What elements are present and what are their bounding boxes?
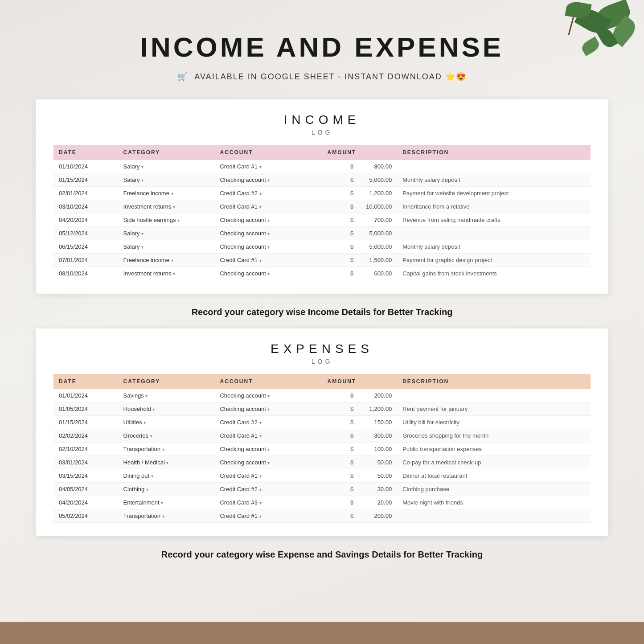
account-dropdown-arrow[interactable]: ▾ [259,205,262,209]
account-dropdown-arrow[interactable]: ▾ [267,178,270,183]
account-dropdown-arrow[interactable]: ▾ [267,245,270,250]
dollar-sign: $ [350,459,353,466]
account-dropdown-arrow[interactable]: ▾ [259,258,262,263]
category-dropdown-arrow[interactable]: ▾ [141,231,144,236]
account-dropdown-arrow[interactable]: ▾ [267,447,270,452]
account-dropdown-arrow[interactable]: ▾ [267,407,270,412]
amount-value: 100.00 [356,446,392,452]
expenses-col-date: DATE [53,374,118,389]
category-dropdown-arrow[interactable]: ▾ [171,258,173,263]
amount-value: 5,000.00 [356,230,392,237]
expenses-date-cell: 01/15/2024 [53,416,118,429]
table-row: 04/20/2024 Entertainment ▾ Credit Card #… [53,496,591,509]
category-dropdown-arrow[interactable]: ▾ [177,218,180,223]
dollar-sign: $ [350,392,353,399]
dollar-sign: $ [350,163,353,170]
expenses-col-account: ACCOUNT [214,374,322,389]
account-dropdown-arrow[interactable]: ▾ [267,231,270,236]
expenses-date-cell: 05/02/2024 [53,509,118,523]
income-table: DATE CATEGORY ACCOUNT AMOUNT DESCRIPTION… [53,145,591,280]
category-dropdown-arrow[interactable]: ▾ [171,191,173,196]
table-row: 02/02/2024 Groceries ▾ Credit Card #1 ▾ … [53,429,591,443]
account-dropdown-arrow[interactable]: ▾ [267,460,270,465]
category-dropdown-arrow[interactable]: ▾ [141,178,144,183]
dollar-sign: $ [350,176,353,183]
expenses-account-cell: Checking account ▾ [214,389,322,402]
category-dropdown-arrow[interactable]: ▾ [152,407,155,412]
amount-value: 5,000.00 [356,176,392,183]
account-dropdown-arrow[interactable]: ▾ [267,218,270,223]
income-description-cell [397,227,591,240]
dollar-sign: $ [350,499,353,506]
expenses-date-cell: 03/01/2024 [53,456,118,469]
dollar-sign: $ [350,230,353,237]
expenses-date-cell: 02/10/2024 [53,443,118,456]
account-dropdown-arrow[interactable]: ▾ [259,420,262,425]
income-date-cell: 01/10/2024 [53,160,118,173]
expenses-category-cell: Transportation ▾ [118,509,215,523]
account-dropdown-arrow[interactable]: ▾ [259,514,262,519]
account-dropdown-arrow[interactable]: ▾ [259,434,262,439]
income-date-cell: 03/10/2024 [53,200,118,213]
account-dropdown-arrow[interactable]: ▾ [259,487,262,492]
subtitle-emoji: ⭐😍 [445,72,467,82]
income-account-cell: Credit Card #1 ▾ [214,254,322,267]
amount-value: 10,000.00 [356,203,392,210]
dollar-sign: $ [350,419,353,426]
income-date-cell: 08/10/2024 [53,267,118,280]
cart-icon: 🛒 [177,72,188,82]
category-dropdown-arrow[interactable]: ▾ [162,514,164,519]
category-dropdown-arrow[interactable]: ▾ [161,500,163,505]
dollar-sign: $ [350,432,353,439]
income-header-row: DATE CATEGORY ACCOUNT AMOUNT DESCRIPTION [53,145,591,160]
table-row: 01/01/2024 Savings ▾ Checking account ▾ … [53,389,591,402]
category-dropdown-arrow[interactable]: ▾ [173,271,175,276]
amount-value: 600.00 [356,270,392,277]
expenses-account-cell: Credit Card #2 ▾ [214,483,322,496]
category-dropdown-arrow[interactable]: ▾ [144,420,146,425]
category-dropdown-arrow[interactable]: ▾ [151,474,153,479]
income-category-cell: Freelance income ▾ [118,254,215,267]
dollar-sign: $ [350,257,353,263]
account-dropdown-arrow[interactable]: ▾ [259,164,262,169]
category-dropdown-arrow[interactable]: ▾ [162,447,164,452]
dollar-sign: $ [350,243,353,250]
expenses-category-cell: Dining out ▾ [118,469,215,483]
expenses-amount-cell: $ 300.00 [322,429,397,443]
expenses-description-cell: Groceries shopping for the month [397,429,591,443]
account-dropdown-arrow[interactable]: ▾ [267,394,270,398]
amount-value: 1,200.00 [356,190,392,197]
account-dropdown-arrow[interactable]: ▾ [259,500,262,505]
account-dropdown-arrow[interactable]: ▾ [267,271,270,276]
category-dropdown-arrow[interactable]: ▾ [173,205,175,209]
page-title: INCOME AND EXPENSE [36,31,608,63]
expenses-account-cell: Credit Card #1 ▾ [214,509,322,523]
income-account-cell: Credit Card #2 ▾ [214,187,322,200]
table-row: 04/05/2024 Clothing ▾ Credit Card #2 ▾ $… [53,483,591,496]
expenses-account-cell: Credit Card #3 ▾ [214,496,322,509]
expenses-category-cell: Entertainment ▾ [118,496,215,509]
account-dropdown-arrow[interactable]: ▾ [259,474,262,479]
income-caption: Record your category wise Income Details… [36,307,608,317]
category-dropdown-arrow[interactable]: ▾ [150,434,152,439]
category-dropdown-arrow[interactable]: ▾ [166,460,168,465]
category-dropdown-arrow[interactable]: ▾ [146,487,148,492]
income-description-cell: Payment for graphic design project [397,254,591,267]
income-amount-cell: $ 5,000.00 [322,227,397,240]
category-dropdown-arrow[interactable]: ▾ [141,245,144,250]
category-dropdown-arrow[interactable]: ▾ [141,164,144,169]
income-amount-cell: $ 5,000.00 [322,240,397,254]
category-dropdown-arrow[interactable]: ▾ [145,394,148,398]
expenses-col-amount: AMOUNT [322,374,397,389]
page-wrapper: INCOME AND EXPENSE 🛒 AVAILABLE IN GOOGLE… [0,0,644,644]
expenses-subtitle: LOG [53,358,591,365]
expenses-date-cell: 02/02/2024 [53,429,118,443]
income-date-cell: 06/15/2024 [53,240,118,254]
expenses-description-cell [397,509,591,523]
account-dropdown-arrow[interactable]: ▾ [259,191,262,196]
table-row: 02/10/2024 Transportation ▾ Checking acc… [53,443,591,456]
table-row: 01/15/2024 Salary ▾ Checking account ▾ $… [53,173,591,187]
income-description-cell: Monthly salary deposit [397,240,591,254]
income-category-cell: Side hustle earnings ▾ [118,213,215,227]
dollar-sign: $ [350,270,353,277]
